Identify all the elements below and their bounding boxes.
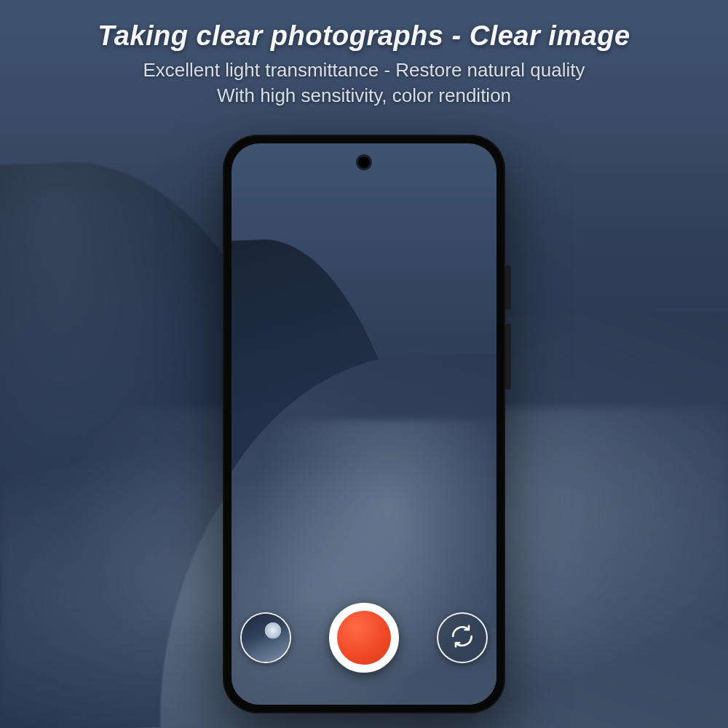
headline-text: Taking clear photographs - Clear image [0, 20, 728, 52]
record-icon [337, 611, 391, 665]
front-camera-punch-hole [358, 157, 370, 168]
phone-frame [223, 135, 505, 713]
phone-mockup [223, 135, 505, 713]
gallery-thumbnail-icon [242, 614, 290, 662]
gallery-button[interactable] [240, 612, 291, 663]
camera-switch-button[interactable] [437, 612, 488, 663]
subheadline-1: Excellent light transmittance - Restore … [0, 59, 728, 82]
shutter-button[interactable] [329, 603, 399, 673]
subheadline-2: With high sensitivity, color rendition [0, 84, 728, 107]
phone-side-button [505, 324, 510, 389]
camera-switch-icon [449, 623, 475, 652]
phone-screen [232, 143, 496, 705]
phone-side-button [505, 266, 510, 309]
camera-controls [232, 603, 496, 673]
marketing-header: Taking clear photographs - Clear image E… [0, 0, 728, 107]
